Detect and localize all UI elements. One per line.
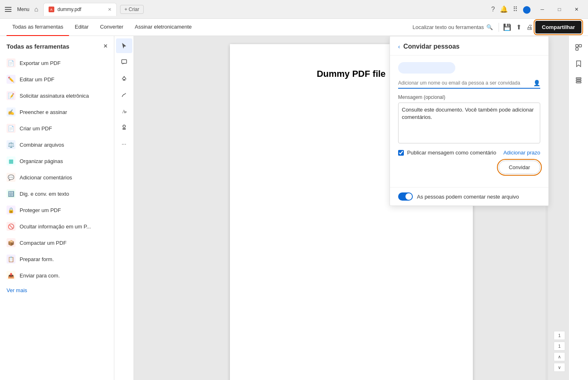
edit-pdf-icon: ✏️ — [7, 75, 16, 84]
sidebar-item-label: Solicitar assinatura eletrônica — [20, 93, 89, 99]
sidebar-item-sign-request[interactable]: 📝 Solicitar assinatura eletrônica — [0, 87, 114, 104]
main-layout: Todas as ferramentas × 📄 Exportar um PDF… — [0, 36, 588, 380]
layers-panel-button[interactable] — [571, 73, 586, 87]
app-toolbar: Todas as ferramentas Editar Converter As… — [0, 19, 588, 36]
tools-panel: A ··· — [114, 36, 134, 380]
sidebar-item-export-pdf[interactable]: 📄 Exportar um PDF — [0, 55, 114, 71]
right-panel — [568, 36, 588, 380]
comment-tool-button[interactable] — [116, 55, 132, 69]
sidebar-item-combine[interactable]: ⚖️ Combinar arquivos — [0, 136, 114, 153]
highlight-tool-button[interactable] — [116, 71, 132, 86]
print-icon[interactable]: 🖨 — [524, 21, 535, 34]
page-number-display: 1 — [554, 331, 565, 340]
upload-icon[interactable]: ⬆ — [514, 21, 524, 34]
sidebar-item-label: Combinar arquivos — [20, 142, 64, 148]
nav-sign[interactable]: Assinar eletronicamente — [129, 19, 197, 36]
sidebar-item-protect[interactable]: 🔒 Proteger um PDF — [0, 202, 114, 218]
text-tool-button[interactable]: A — [116, 104, 132, 118]
sidebar-item-digitize[interactable]: 🔠 Dig. e conv. em texto — [0, 186, 114, 202]
sidebar-item-form[interactable]: 📋 Preparar form. — [0, 251, 114, 267]
minimize-button[interactable]: ─ — [534, 4, 550, 15]
sidebar-item-label: Editar um PDF — [20, 76, 54, 83]
combine-icon: ⚖️ — [7, 140, 16, 149]
sidebar-item-send[interactable]: 📤 Enviar para com. — [0, 267, 114, 284]
close-button[interactable]: ✕ — [568, 4, 585, 15]
sidebar-item-fill-sign[interactable]: ✍️ Preencher e assinar — [0, 104, 114, 120]
create-pdf-icon: 📄 — [7, 124, 16, 133]
sidebar-header: Todas as ferramentas × — [0, 36, 114, 55]
more-tools-button[interactable]: ··· — [116, 136, 132, 151]
maximize-button[interactable]: □ — [551, 4, 568, 15]
add-deadline-link[interactable]: Adicionar prazo — [503, 150, 540, 156]
window-controls: ─ □ ✕ — [534, 4, 585, 15]
svg-rect-7 — [579, 45, 581, 47]
new-tab-button[interactable]: + Criar — [120, 5, 144, 14]
email-input-area: Adicionar um nome ou email da pessoa a s… — [398, 78, 540, 89]
page-navigation: 1 1 ∧ ∨ — [554, 331, 565, 372]
email-input-placeholder: Adicionar um nome ou email da pessoa a s… — [398, 80, 520, 86]
send-icon: 📤 — [7, 271, 16, 280]
share-panel-body: Adicionar um nome ou email da pessoa a s… — [390, 56, 548, 187]
sidebar-item-compress[interactable]: 📦 Compactar um PDF — [0, 235, 114, 251]
compress-icon: 📦 — [7, 238, 16, 247]
tab-favicon: A — [49, 7, 54, 12]
sign-request-icon: 📝 — [7, 91, 16, 100]
help-browser-icon[interactable]: ? — [491, 6, 495, 13]
message-textarea[interactable]: Consulte este documento. Você também pod… — [398, 103, 540, 143]
sidebar: Todas as ferramentas × 📄 Exportar um PDF… — [0, 36, 114, 380]
sidebar-item-redact[interactable]: 🚫 Ocultar informação em um P... — [0, 218, 114, 235]
nav-edit[interactable]: Editar — [69, 19, 94, 36]
publish-label: Publicar mensagem como comentário — [407, 150, 496, 156]
checkbox-row: Publicar mensagem como comentário Adicio… — [398, 150, 540, 156]
sidebar-item-label: Ocultar informação em um P... — [20, 224, 91, 230]
share-panel-header: ‹ Convidar pessoas — [390, 36, 548, 56]
browser-menu-button[interactable] — [3, 5, 13, 13]
svg-rect-3 — [125, 111, 127, 113]
redact-icon: 🚫 — [7, 222, 16, 231]
select-tool-button[interactable] — [116, 38, 132, 53]
invite-btn-row: Convidar — [398, 161, 540, 174]
stamp-tool-button[interactable] — [116, 120, 132, 135]
sidebar-item-label: Enviar para com. — [20, 273, 60, 279]
tab-title: dummy.pdf — [58, 7, 81, 12]
search-bar[interactable]: Localizar texto ou ferramentas 🔍 — [408, 24, 497, 30]
nav-all-tools[interactable]: Todas as ferramentas — [7, 19, 69, 36]
invite-button[interactable]: Convidar — [499, 161, 540, 174]
thumbnail-panel-button[interactable] — [571, 40, 586, 55]
checkbox-left: Publicar mensagem como comentário — [398, 150, 496, 156]
nav-convert[interactable]: Converter — [94, 19, 129, 36]
toolbar-divider — [499, 23, 499, 32]
svg-rect-8 — [576, 48, 578, 50]
sidebar-close-button[interactable]: × — [104, 42, 107, 50]
search-text: Localizar texto ou ferramentas — [412, 24, 484, 30]
comment-toggle[interactable] — [398, 192, 413, 201]
page-up-button[interactable]: ∧ — [554, 352, 565, 361]
protect-icon: 🔒 — [7, 206, 16, 215]
sidebar-item-label: Preparar form. — [20, 256, 54, 262]
sidebar-item-create-pdf[interactable]: 📄 Criar um PDF — [0, 120, 114, 136]
digitize-icon: 🔠 — [7, 189, 16, 198]
toggle-label: As pessoas podem comentar neste arquivo — [417, 194, 519, 200]
see-more-link[interactable]: Ver mais — [0, 284, 114, 297]
sidebar-item-comments[interactable]: 💬 Adicionar comentários — [0, 169, 114, 186]
page-down-button[interactable]: ∨ — [554, 363, 565, 372]
svg-rect-11 — [576, 82, 581, 83]
sidebar-item-edit-pdf[interactable]: ✏️ Editar um PDF — [0, 71, 114, 87]
save-icon[interactable]: 💾 — [501, 21, 514, 34]
bookmarks-panel-button[interactable] — [571, 56, 586, 71]
browser-tab[interactable]: A dummy.pdf ✕ — [43, 3, 117, 16]
share-button[interactable]: Compartilhar — [535, 21, 581, 34]
draw-tool-button[interactable] — [116, 87, 132, 102]
sidebar-item-label: Proteger um PDF — [20, 207, 61, 213]
person-chip — [398, 62, 455, 74]
apps-icon[interactable]: ⠿ — [513, 5, 518, 13]
profile-icon[interactable]: ⬤ — [523, 5, 531, 14]
svg-point-4 — [123, 125, 125, 127]
svg-rect-1 — [123, 79, 125, 80]
notifications-icon[interactable]: 🔔 — [500, 5, 508, 13]
sidebar-item-organize[interactable]: ▦ Organizar páginas — [0, 153, 114, 169]
browser-home-button[interactable]: ⌂ — [33, 4, 40, 15]
back-button[interactable]: ‹ — [398, 43, 400, 50]
publish-checkbox[interactable] — [398, 150, 404, 156]
tab-close-button[interactable]: ✕ — [108, 7, 111, 12]
